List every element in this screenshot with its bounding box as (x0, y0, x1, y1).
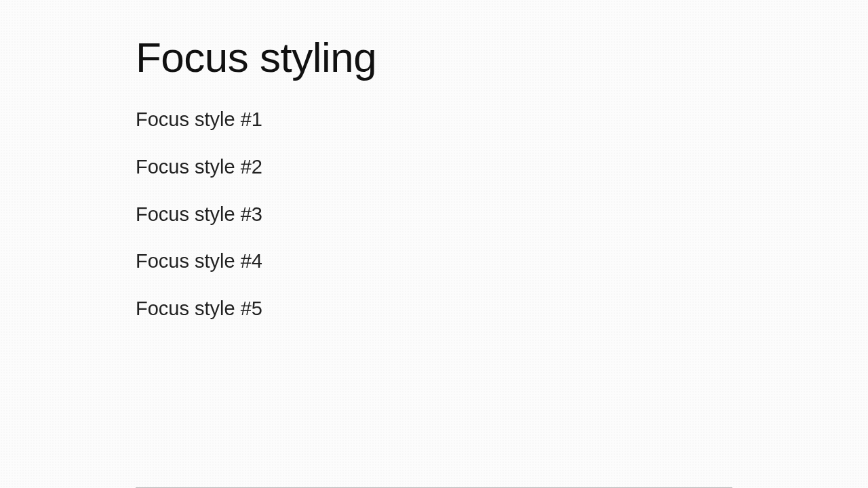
focus-style-list: Focus style #1 Focus style #2 Focus styl… (136, 107, 732, 321)
focus-style-link-2[interactable]: Focus style #2 (136, 155, 262, 180)
page-title: Focus styling (136, 33, 732, 83)
focus-style-link-4[interactable]: Focus style #4 (136, 249, 262, 274)
focus-style-link-1[interactable]: Focus style #1 (136, 107, 262, 133)
focus-style-link-5[interactable]: Focus style #5 (136, 296, 262, 322)
focus-style-link-3[interactable]: Focus style #3 (136, 202, 262, 228)
content-container: Focus styling Focus style #1 Focus style… (136, 0, 732, 488)
